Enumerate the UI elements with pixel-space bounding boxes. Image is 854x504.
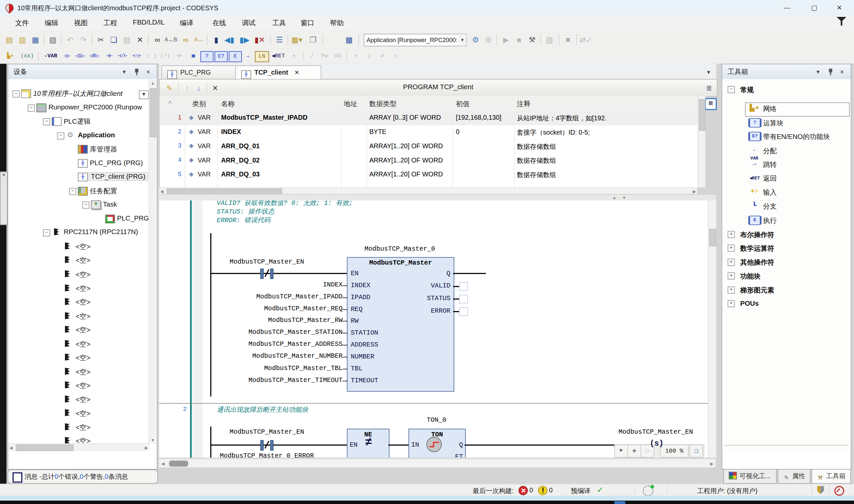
- insert-negated-contact-icon[interactable]: [117, 51, 129, 61]
- branch-above-icon[interactable]: [351, 51, 362, 61]
- expand-toggle[interactable]: −: [28, 105, 35, 111]
- pin-index[interactable]: INDEX: [351, 282, 370, 289]
- tree-row-empty-slot[interactable]: <空>: [8, 254, 157, 267]
- clear-bookmarks-icon[interactable]: [254, 34, 266, 46]
- declaration-row[interactable]: 1 VAR ModbusTCP_Master_IPADD ARRAY [0..3…: [160, 111, 697, 125]
- devices-dropdown-icon[interactable]: [120, 68, 128, 76]
- build-icon[interactable]: [343, 34, 355, 46]
- pin-icon[interactable]: [134, 69, 139, 75]
- maximize-button[interactable]: ▢: [802, 0, 827, 15]
- expand-toggle[interactable]: −: [13, 91, 20, 97]
- tree-row-empty-slot[interactable]: <空>: [8, 352, 157, 364]
- pin-number[interactable]: NUMBER: [351, 353, 374, 361]
- pin-en[interactable]: EN: [350, 441, 358, 449]
- insert-empty-box-icon[interactable]: [187, 51, 199, 61]
- pin-et[interactable]: ET: [455, 453, 463, 457]
- pin-valid[interactable]: VALID: [431, 282, 451, 290]
- tree-item-empty[interactable]: <空>: [76, 242, 91, 252]
- delete-icon[interactable]: [134, 34, 146, 46]
- taskbar-item[interactable]: [614, 501, 625, 504]
- replace-icon[interactable]: [164, 34, 176, 46]
- tree-row-empty-slot[interactable]: <空>: [8, 296, 157, 309]
- toolbox-item-execute[interactable]: E 执行: [722, 214, 851, 228]
- tree-root-dropdown-icon[interactable]: [139, 91, 149, 99]
- insert-jump-icon[interactable]: →: [243, 51, 253, 61]
- branch-below-icon[interactable]: [364, 51, 375, 61]
- pin-ipadd[interactable]: IPADD: [351, 294, 370, 301]
- tab-tcp-client[interactable]: TCP_client: [235, 65, 322, 79]
- insert-parallel-contact-icon[interactable]: [173, 51, 185, 61]
- tree-item-empty[interactable]: <空>: [76, 256, 91, 265]
- tree-item-rpc2117n[interactable]: RPC2117N (RPC2117N): [63, 228, 138, 236]
- insert-edge-contact-icon[interactable]: [131, 51, 143, 61]
- pan-icon[interactable]: [628, 445, 641, 457]
- find-icon[interactable]: [151, 34, 163, 46]
- expand-toggle[interactable]: −: [43, 119, 50, 125]
- stop-icon[interactable]: [513, 34, 525, 46]
- tab-toolbox[interactable]: 工具箱: [812, 469, 851, 484]
- tree-item-device[interactable]: Runpower_RPC2000 (Runpow: [49, 104, 151, 111]
- replace-in-files-icon[interactable]: [193, 34, 205, 46]
- tree-item-plc-logic[interactable]: PLC逻辑: [63, 117, 91, 126]
- tree-row-empty-slot[interactable]: <空>: [8, 338, 157, 351]
- tree-item-empty[interactable]: <空>: [76, 340, 91, 349]
- input-argument[interactable]: ModbusTCP_Master_IPADD: [256, 293, 343, 301]
- tree-row-plc-logic[interactable]: − PLC逻辑: [8, 115, 157, 128]
- splitter-down-icon[interactable]: [620, 195, 629, 200]
- security-shield-icon[interactable]: [817, 486, 824, 494]
- pin-q[interactable]: Q: [447, 270, 451, 277]
- toolbox-group-math[interactable]: + 数学运算符: [722, 242, 851, 255]
- tree-item-library-manager[interactable]: 库管理器: [90, 145, 117, 154]
- expand-toggle[interactable]: +: [728, 231, 735, 238]
- tree-row-task[interactable]: − Task: [8, 198, 157, 211]
- copy-icon[interactable]: [108, 34, 120, 46]
- new-page-icon[interactable]: [307, 34, 319, 46]
- tree-item-empty[interactable]: <空>: [76, 396, 91, 405]
- declaration-row[interactable]: 4 VAR ARR_DQ_02 ARRAY[1..20] OF WORD 数据存…: [160, 154, 697, 168]
- page-preview-icon[interactable]: [690, 445, 703, 457]
- toolbox-dropdown-icon[interactable]: [814, 68, 822, 76]
- insert-box-with-q-icon[interactable]: ?: [201, 51, 214, 62]
- login-icon[interactable]: [469, 34, 481, 46]
- declaration-horizontal-scrollbar[interactable]: [159, 187, 697, 194]
- toolbox-group-boolean[interactable]: + 布尔操作符: [722, 228, 851, 242]
- output-assignment-box[interactable]: [459, 295, 468, 303]
- input-argument[interactable]: ModbusTCP_Master_ADDRESS: [248, 341, 343, 348]
- insert-coil-icon[interactable]: [146, 51, 158, 61]
- tree-row-empty-slot[interactable]: <空>: [8, 379, 157, 392]
- tree-item-empty[interactable]: <空>: [76, 298, 91, 307]
- negated-contact-icon[interactable]: [260, 269, 264, 279]
- input-argument[interactable]: ModbusTCP_Master_RW: [268, 317, 343, 324]
- expand-toggle[interactable]: +: [728, 272, 735, 279]
- tree-item-task[interactable]: Task: [103, 201, 117, 208]
- menu-build[interactable]: 编译: [180, 19, 193, 28]
- input-argument[interactable]: INDEX: [323, 281, 343, 289]
- toolbox-group-general[interactable]: − 常规: [722, 83, 851, 97]
- negated-contact-icon[interactable]: [270, 269, 273, 279]
- modbustcp-master-block[interactable]: ModbusTCP_Master EN INDEX IPADD REQ RW S…: [347, 257, 455, 392]
- toolbox-item-box[interactable]: ? 运算块: [722, 117, 851, 130]
- menu-debug[interactable]: 调试: [242, 19, 255, 28]
- output-assignment-box[interactable]: [459, 307, 468, 316]
- insert-comment-icon[interactable]: (xx): [20, 51, 35, 61]
- declaration-row[interactable]: 3 VAR ARR_DQ_01 ARRAY[1..20] OF WORD 数据存…: [160, 140, 697, 154]
- print-icon[interactable]: [47, 34, 59, 46]
- toolbox-item-input[interactable]: 输入: [722, 186, 851, 199]
- project-user[interactable]: 工程用户: (没有用户): [697, 486, 758, 496]
- tab-properties[interactable]: 属性: [778, 469, 811, 484]
- edge-detection-icon[interactable]: [319, 51, 330, 61]
- insert-set-icon[interactable]: [74, 51, 86, 61]
- tree-item-empty[interactable]: <空>: [76, 368, 91, 377]
- bookmark-icon[interactable]: [210, 34, 222, 46]
- insert-reset-icon[interactable]: [88, 51, 100, 61]
- app-selector-dropdown-icon[interactable]: [458, 34, 467, 47]
- menu-edit[interactable]: 编辑: [45, 19, 58, 28]
- negated-contact-icon[interactable]: [270, 440, 273, 450]
- close-button[interactable]: ✕: [827, 0, 852, 15]
- tree-row-empty-slot[interactable]: <空>: [8, 310, 157, 323]
- messages-bar[interactable]: 消息 -总计0个错误,0个警告,0条消息: [7, 469, 158, 484]
- gateway-icon[interactable]: [643, 485, 654, 497]
- declaration-row[interactable]: 5 VAR ARR_DQ_03 ARRAY[1..20] OF WORD 数据存…: [160, 168, 697, 182]
- flow-control-icon[interactable]: [580, 34, 592, 46]
- splitter-up-icon[interactable]: [610, 195, 619, 200]
